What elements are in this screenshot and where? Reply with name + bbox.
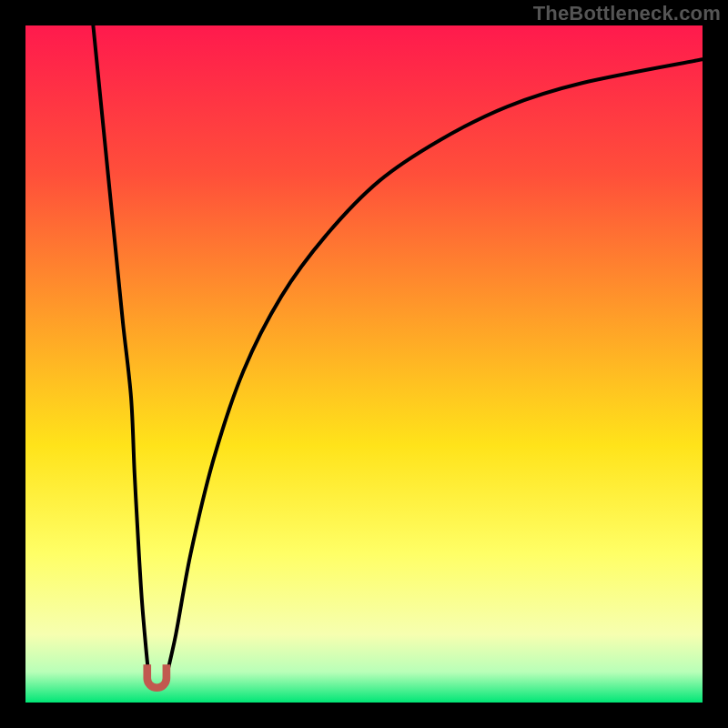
plot-svg bbox=[25, 25, 703, 703]
plot-area bbox=[25, 25, 703, 703]
chart-root: TheBottleneck.com bbox=[0, 0, 728, 728]
watermark-label: TheBottleneck.com bbox=[533, 2, 721, 25]
